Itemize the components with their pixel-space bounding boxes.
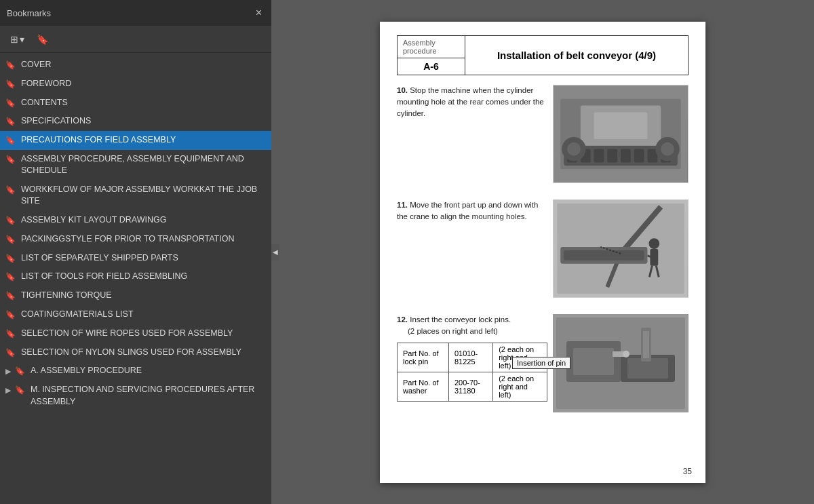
view-options-button[interactable]: ⊞ ▾ bbox=[5, 31, 29, 47]
bookmark-item-assembly-kit[interactable]: 🔖ASSEMBLY KIT LAYOUT DRAWINGG bbox=[0, 211, 271, 230]
bookmark-icon: 🔖 bbox=[5, 347, 16, 359]
step-10-image bbox=[553, 85, 689, 183]
bookmark-icon: 🔖 bbox=[5, 154, 16, 166]
svg-rect-22 bbox=[564, 250, 644, 260]
bookmark-label: PRECAUTIONS FOR FIELD ASSEMBLY bbox=[21, 134, 265, 147]
svg-rect-7 bbox=[621, 149, 631, 162]
sidebar-toolbar: ⊞ ▾ 🔖 bbox=[0, 26, 271, 53]
expand-icon: ▶ bbox=[5, 366, 11, 376]
bookmark-label: TIGHTENING TORQUE bbox=[21, 290, 265, 302]
bookmark-item-inspection[interactable]: ▶🔖M. INSPECTION AND SERVICING PROCEDURES… bbox=[0, 381, 271, 411]
bookmark-icon: 🔖 bbox=[5, 135, 16, 147]
page-container: Assembly procedure Installation of belt … bbox=[380, 22, 705, 483]
sidebar-header: Bookmarks × bbox=[0, 0, 271, 26]
bookmark-label: FOREWORD bbox=[21, 78, 265, 90]
part-lock-pin-no: 01010-81225 bbox=[448, 343, 492, 372]
step-10-block: 10. Stop the machine when the cylinder m… bbox=[397, 85, 689, 189]
bookmark-icon: 🔖 bbox=[15, 385, 25, 396]
bookmark-icon: 🔖 bbox=[5, 79, 16, 90]
bookmark-icon: 🔖 bbox=[5, 271, 16, 283]
part-washer-no: 200-70-31180 bbox=[448, 372, 492, 402]
svg-point-23 bbox=[648, 238, 659, 249]
svg-point-36 bbox=[623, 351, 629, 357]
bookmark-label: A. ASSEMBLY PROCEDURE bbox=[31, 365, 265, 377]
svg-rect-38 bbox=[643, 331, 649, 358]
bookmark-label: ASSEMBLY PROCEDURE, ASSEMBLY EQUIPMENT A… bbox=[21, 153, 265, 177]
bookmark-item-separately-shipped[interactable]: 🔖LIST OF SEPARATELY SHIPPED PARTS bbox=[0, 249, 271, 268]
part-washer-label: Part No. of washer bbox=[398, 372, 449, 402]
bookmark-icon: 🔖 bbox=[5, 98, 16, 109]
bookmark-icon: 🔖 bbox=[5, 328, 16, 340]
svg-rect-32 bbox=[573, 348, 614, 375]
bookmark-label: LIST OF SEPARATELY SHIPPED PARTS bbox=[21, 252, 265, 265]
svg-rect-5 bbox=[594, 149, 604, 162]
bookmark-label: CONTENTS bbox=[21, 97, 265, 109]
main-content: Assembly procedure Installation of belt … bbox=[271, 0, 814, 504]
bookmarks-sidebar: Bookmarks × ⊞ ▾ 🔖 🔖COVER🔖FOREWORD🔖CONTEN… bbox=[0, 0, 271, 504]
assembly-id: A-6 bbox=[398, 58, 465, 75]
bookmark-label: M. INSPECTION AND SERVICING PROCEDURES A… bbox=[31, 384, 265, 408]
bookmark-icon: 🔖 bbox=[5, 60, 16, 71]
collapse-panel-button[interactable]: ◀ bbox=[271, 244, 279, 260]
bookmark-button[interactable]: 🔖 bbox=[32, 31, 53, 47]
bookmark-item-contents[interactable]: 🔖CONTENTS bbox=[0, 94, 271, 113]
bookmark-item-coating[interactable]: 🔖COATINGGMATERIALS LIST bbox=[0, 305, 271, 324]
assembly-header-table: Assembly procedure Installation of belt … bbox=[397, 35, 689, 75]
step-12-block: 12. Insert the conveyor lock pins. (2 pl… bbox=[397, 314, 689, 412]
bookmark-icon: 🔖 bbox=[37, 34, 48, 45]
svg-point-14 bbox=[567, 142, 581, 155]
bookmark-item-wire-ropes[interactable]: 🔖SELECTION OF WIRE ROPES USED FOR ASSEMB… bbox=[0, 324, 271, 343]
bookmark-icon: 🔖 bbox=[5, 185, 16, 196]
bookmark-item-cover[interactable]: 🔖COVER bbox=[0, 56, 271, 75]
bookmark-item-assembly-procedure[interactable]: 🔖ASSEMBLY PROCEDURE, ASSEMBLY EQUIPMENT … bbox=[0, 150, 271, 180]
bookmark-icon: 🔖 bbox=[5, 253, 16, 265]
page-title: Installation of belt conveyor (4/9) bbox=[465, 35, 689, 75]
sidebar-title: Bookmarks bbox=[7, 8, 51, 18]
bookmark-item-tools[interactable]: 🔖LIST OF TOOLS FOR FIELD ASSEMBLING bbox=[0, 267, 271, 286]
bookmark-item-nylon-slings[interactable]: 🔖SELECTION OF NYLON SLINGS USED FOR ASSE… bbox=[0, 343, 271, 362]
bookmark-label: COVER bbox=[21, 59, 265, 71]
bookmark-item-tightening[interactable]: 🔖TIGHTENING TORQUE bbox=[0, 286, 271, 305]
dropdown-arrow-icon: ▾ bbox=[20, 34, 24, 45]
bookmark-item-assembly-proc[interactable]: ▶🔖A. ASSEMBLY PROCEDURE bbox=[0, 362, 271, 381]
bookmark-icon: 🔖 bbox=[5, 309, 16, 321]
bookmark-label: LIST OF TOOLS FOR FIELD ASSEMBLING bbox=[21, 271, 265, 283]
bookmark-item-specifications[interactable]: 🔖SPECIFICATIONS bbox=[0, 112, 271, 131]
bookmark-item-foreword[interactable]: 🔖FOREWORD bbox=[0, 75, 271, 94]
step-11-block: 11. Move the front part up and down with… bbox=[397, 199, 689, 303]
list-icon: ⊞ bbox=[10, 34, 18, 45]
bookmark-label: PACKINGGSTYLE FOR PRIOR TO TRANSPORTATIO… bbox=[21, 233, 265, 246]
bookmark-label: SELECTION OF NYLON SLINGS USED FOR ASSEM… bbox=[21, 347, 265, 359]
step-11-image bbox=[553, 199, 689, 298]
svg-rect-8 bbox=[634, 149, 644, 162]
bookmark-label: SELECTION OF WIRE ROPES USED FOR ASSEMBL… bbox=[21, 328, 265, 340]
expand-icon: ▶ bbox=[5, 385, 11, 395]
bookmark-label: SPECIFICATIONS bbox=[21, 115, 265, 128]
bookmark-icon: 🔖 bbox=[5, 234, 16, 246]
bookmark-icon: 🔖 bbox=[5, 215, 16, 227]
bookmark-list: 🔖COVER🔖FOREWORD🔖CONTENTS🔖SPECIFICATIONS🔖… bbox=[0, 53, 271, 504]
part-lock-pin-label: Part No. of lock pin bbox=[398, 343, 449, 372]
step-12-image bbox=[553, 314, 689, 412]
bookmark-label: COATINGGMATERIALS LIST bbox=[21, 309, 265, 321]
bookmark-item-precautions[interactable]: 🔖PRECAUTIONS FOR FIELD ASSEMBLY bbox=[0, 131, 271, 150]
bookmark-label: ASSEMBLY KIT LAYOUT DRAWINGG bbox=[21, 214, 265, 227]
svg-point-16 bbox=[661, 142, 674, 155]
svg-rect-6 bbox=[607, 149, 617, 162]
parts-table: Part No. of lock pin 01010-81225 (2 each… bbox=[397, 343, 547, 402]
insertion-label: Insertion of pin bbox=[512, 357, 570, 369]
close-button[interactable]: × bbox=[253, 6, 265, 20]
bookmark-label: WORKKFLOW OF MAJOR ASSEMBLY WORKKAT THE … bbox=[21, 184, 265, 208]
part-washer-qty: (2 each on right and left) bbox=[493, 372, 547, 402]
bookmark-icon: 🔖 bbox=[5, 290, 16, 302]
bookmark-icon: 🔖 bbox=[5, 116, 16, 128]
bookmark-item-workflow[interactable]: 🔖WORKKFLOW OF MAJOR ASSEMBLY WORKKAT THE… bbox=[0, 180, 271, 211]
bookmark-item-packing[interactable]: 🔖PACKINGGSTYLE FOR PRIOR TO TRANSPORTATI… bbox=[0, 230, 271, 249]
svg-rect-12 bbox=[594, 112, 648, 138]
page-number: 35 bbox=[683, 467, 692, 476]
step-12-text: 12. Insert the conveyor lock pins. (2 pl… bbox=[397, 314, 547, 338]
assembly-label: Assembly procedure bbox=[398, 35, 465, 58]
bookmark-icon: 🔖 bbox=[15, 366, 25, 377]
